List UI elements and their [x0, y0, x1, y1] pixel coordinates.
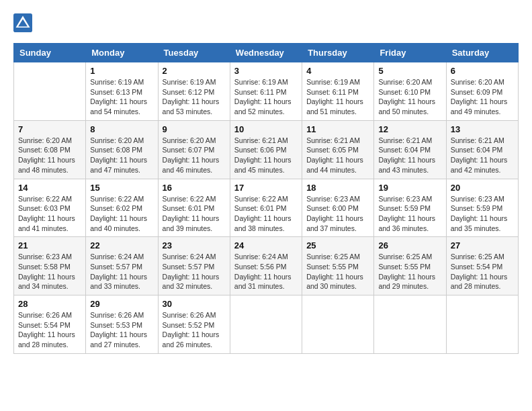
calendar-day-cell [374, 295, 446, 354]
calendar-day-cell: 22Sunrise: 6:24 AM Sunset: 5:57 PM Dayli… [86, 237, 158, 295]
day-info: Sunrise: 6:20 AM Sunset: 6:08 PM Dayligh… [90, 136, 153, 175]
calendar-day-cell: 14Sunrise: 6:22 AM Sunset: 6:03 PM Dayli… [14, 179, 86, 237]
calendar-day-cell: 10Sunrise: 6:21 AM Sunset: 6:06 PM Dayli… [230, 120, 302, 179]
logo-icon [13, 13, 32, 32]
day-number: 11 [306, 124, 369, 134]
day-info: Sunrise: 6:25 AM Sunset: 5:54 PM Dayligh… [451, 252, 514, 291]
calendar-day-cell: 24Sunrise: 6:24 AM Sunset: 5:56 PM Dayli… [230, 237, 302, 295]
calendar-day-header: Friday [374, 44, 446, 62]
calendar-day-cell: 23Sunrise: 6:24 AM Sunset: 5:57 PM Dayli… [158, 237, 230, 295]
calendar-table: SundayMondayTuesdayWednesdayThursdayFrid… [13, 43, 519, 354]
day-info: Sunrise: 6:26 AM Sunset: 5:53 PM Dayligh… [90, 310, 153, 350]
calendar-day-cell: 18Sunrise: 6:23 AM Sunset: 6:00 PM Dayli… [302, 179, 374, 237]
calendar-day-cell: 2Sunrise: 6:19 AM Sunset: 6:12 PM Daylig… [158, 62, 230, 121]
day-number: 8 [90, 124, 153, 134]
calendar-week-row: 1Sunrise: 6:19 AM Sunset: 6:13 PM Daylig… [14, 62, 519, 121]
calendar-day-cell: 9Sunrise: 6:20 AM Sunset: 6:07 PM Daylig… [158, 120, 230, 179]
calendar-day-cell [14, 62, 86, 121]
calendar-week-row: 28Sunrise: 6:26 AM Sunset: 5:54 PM Dayli… [14, 295, 519, 354]
calendar-day-cell: 17Sunrise: 6:22 AM Sunset: 6:01 PM Dayli… [230, 179, 302, 237]
day-info: Sunrise: 6:20 AM Sunset: 6:09 PM Dayligh… [451, 77, 514, 117]
calendar-day-cell: 25Sunrise: 6:25 AM Sunset: 5:55 PM Dayli… [302, 237, 374, 295]
day-info: Sunrise: 6:22 AM Sunset: 6:02 PM Dayligh… [90, 194, 153, 234]
day-info: Sunrise: 6:23 AM Sunset: 6:00 PM Dayligh… [306, 194, 369, 234]
calendar-day-cell: 20Sunrise: 6:23 AM Sunset: 5:59 PM Dayli… [446, 179, 518, 237]
day-info: Sunrise: 6:21 AM Sunset: 6:04 PM Dayligh… [378, 136, 441, 175]
day-info: Sunrise: 6:24 AM Sunset: 5:56 PM Dayligh… [234, 252, 298, 291]
calendar-day-cell: 19Sunrise: 6:23 AM Sunset: 5:59 PM Dayli… [374, 179, 446, 237]
day-info: Sunrise: 6:21 AM Sunset: 6:06 PM Dayligh… [234, 136, 298, 175]
day-info: Sunrise: 6:22 AM Sunset: 6:01 PM Dayligh… [234, 194, 298, 234]
calendar-day-header: Tuesday [158, 44, 230, 62]
day-number: 21 [18, 240, 81, 250]
day-number: 23 [163, 240, 226, 250]
calendar-day-cell: 11Sunrise: 6:21 AM Sunset: 6:05 PM Dayli… [302, 120, 374, 179]
day-number: 28 [18, 299, 81, 309]
calendar-day-cell: 13Sunrise: 6:21 AM Sunset: 6:04 PM Dayli… [446, 120, 518, 179]
day-number: 7 [18, 124, 81, 134]
calendar-week-row: 21Sunrise: 6:23 AM Sunset: 5:58 PM Dayli… [14, 237, 519, 295]
calendar-header-row: SundayMondayTuesdayWednesdayThursdayFrid… [14, 44, 519, 62]
day-number: 20 [451, 183, 514, 193]
day-info: Sunrise: 6:21 AM Sunset: 6:05 PM Dayligh… [306, 136, 369, 175]
day-number: 4 [306, 66, 369, 76]
day-number: 25 [306, 240, 369, 250]
calendar-day-header: Saturday [446, 44, 518, 62]
day-number: 22 [90, 240, 153, 250]
calendar-day-cell [230, 295, 302, 354]
day-number: 6 [451, 66, 514, 76]
calendar-day-header: Sunday [14, 44, 86, 62]
calendar-day-cell: 7Sunrise: 6:20 AM Sunset: 6:08 PM Daylig… [14, 120, 86, 179]
day-number: 2 [163, 66, 226, 76]
calendar-week-row: 7Sunrise: 6:20 AM Sunset: 6:08 PM Daylig… [14, 120, 519, 179]
calendar-day-header: Wednesday [230, 44, 302, 62]
day-number: 27 [451, 240, 514, 250]
day-number: 13 [451, 124, 514, 134]
day-number: 30 [163, 299, 226, 309]
day-number: 9 [163, 124, 226, 134]
day-info: Sunrise: 6:23 AM Sunset: 5:59 PM Dayligh… [378, 194, 441, 234]
day-info: Sunrise: 6:25 AM Sunset: 5:55 PM Dayligh… [378, 252, 441, 291]
day-number: 19 [378, 183, 441, 193]
calendar-day-cell: 30Sunrise: 6:26 AM Sunset: 5:52 PM Dayli… [158, 295, 230, 354]
day-number: 15 [90, 183, 153, 193]
day-info: Sunrise: 6:20 AM Sunset: 6:07 PM Dayligh… [163, 136, 226, 175]
calendar-day-header: Thursday [302, 44, 374, 62]
day-number: 10 [234, 124, 298, 134]
calendar-day-cell: 4Sunrise: 6:19 AM Sunset: 6:11 PM Daylig… [302, 62, 374, 121]
day-info: Sunrise: 6:24 AM Sunset: 5:57 PM Dayligh… [90, 252, 153, 291]
day-info: Sunrise: 6:24 AM Sunset: 5:57 PM Dayligh… [163, 252, 226, 291]
day-number: 5 [378, 66, 441, 76]
day-number: 24 [234, 240, 298, 250]
calendar-day-cell: 27Sunrise: 6:25 AM Sunset: 5:54 PM Dayli… [446, 237, 518, 295]
day-info: Sunrise: 6:19 AM Sunset: 6:11 PM Dayligh… [306, 77, 369, 117]
day-number: 12 [378, 124, 441, 134]
calendar-day-cell: 29Sunrise: 6:26 AM Sunset: 5:53 PM Dayli… [86, 295, 158, 354]
day-number: 17 [234, 183, 298, 193]
calendar-day-cell [302, 295, 374, 354]
day-number: 3 [234, 66, 298, 76]
calendar-day-cell: 1Sunrise: 6:19 AM Sunset: 6:13 PM Daylig… [86, 62, 158, 121]
day-info: Sunrise: 6:21 AM Sunset: 6:04 PM Dayligh… [451, 136, 514, 175]
day-info: Sunrise: 6:22 AM Sunset: 6:03 PM Dayligh… [18, 194, 81, 234]
day-info: Sunrise: 6:20 AM Sunset: 6:08 PM Dayligh… [18, 136, 81, 175]
day-number: 29 [90, 299, 153, 309]
calendar-day-cell: 12Sunrise: 6:21 AM Sunset: 6:04 PM Dayli… [374, 120, 446, 179]
calendar-day-cell: 26Sunrise: 6:25 AM Sunset: 5:55 PM Dayli… [374, 237, 446, 295]
day-info: Sunrise: 6:26 AM Sunset: 5:52 PM Dayligh… [163, 310, 226, 350]
day-info: Sunrise: 6:19 AM Sunset: 6:12 PM Dayligh… [163, 77, 226, 117]
calendar-day-cell: 16Sunrise: 6:22 AM Sunset: 6:01 PM Dayli… [158, 179, 230, 237]
calendar-day-cell: 15Sunrise: 6:22 AM Sunset: 6:02 PM Dayli… [86, 179, 158, 237]
day-info: Sunrise: 6:25 AM Sunset: 5:55 PM Dayligh… [306, 252, 369, 291]
day-number: 18 [306, 183, 369, 193]
day-number: 1 [90, 66, 153, 76]
calendar-day-cell: 3Sunrise: 6:19 AM Sunset: 6:11 PM Daylig… [230, 62, 302, 121]
day-number: 14 [18, 183, 81, 193]
calendar-day-cell: 5Sunrise: 6:20 AM Sunset: 6:10 PM Daylig… [374, 62, 446, 121]
day-number: 16 [163, 183, 226, 193]
calendar-day-header: Monday [86, 44, 158, 62]
day-number: 26 [378, 240, 441, 250]
calendar-day-cell: 6Sunrise: 6:20 AM Sunset: 6:09 PM Daylig… [446, 62, 518, 121]
day-info: Sunrise: 6:23 AM Sunset: 5:59 PM Dayligh… [451, 194, 514, 234]
calendar-day-cell: 8Sunrise: 6:20 AM Sunset: 6:08 PM Daylig… [86, 120, 158, 179]
